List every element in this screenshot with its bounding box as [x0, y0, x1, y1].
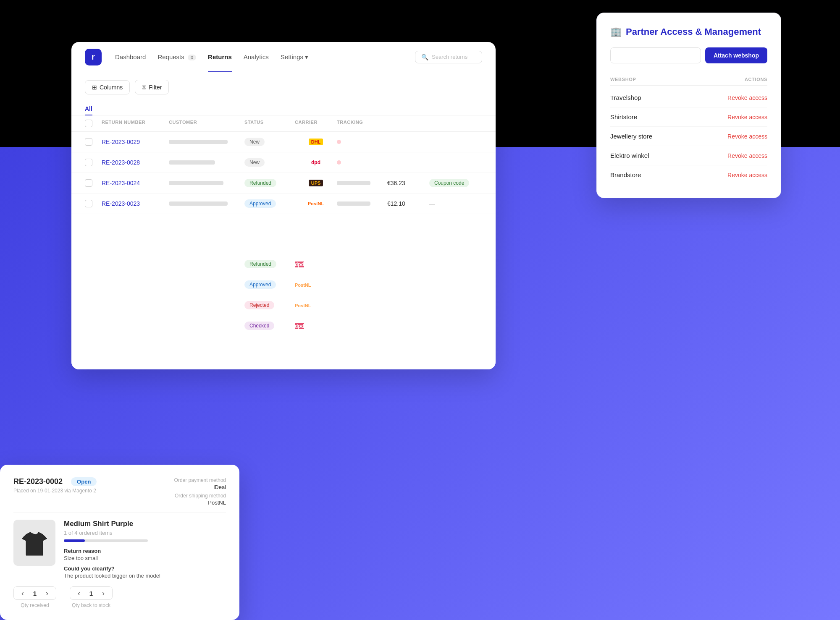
product-info: Medium Shirt Purple 1 of 4 ordered items… [64, 520, 226, 579]
tab-all[interactable]: All [85, 103, 92, 115]
table-row: RE-2023-0024 Refunded UPS €36.23 Coupon … [71, 173, 496, 194]
nav-analytics[interactable]: Analytics [244, 52, 269, 62]
app-logo[interactable]: r [85, 49, 102, 65]
columns-button[interactable]: ⊞ Columns [85, 80, 130, 94]
th-tracking: TRACKING [337, 120, 387, 127]
modal-th-actions: ACTIONS [689, 77, 767, 82]
row-checkbox[interactable] [85, 200, 92, 207]
search-icon: 🔍 [421, 54, 428, 60]
row-checkbox[interactable] [85, 179, 92, 187]
webshop-name: Jewellery store [610, 133, 689, 140]
table-row: RE-2023-0029 New DHL [71, 132, 496, 152]
customer-bar [169, 140, 228, 144]
customer-bar [169, 181, 223, 185]
detail-left: RE-2023-0002 Open Placed on 19-01-2023 v… [13, 477, 97, 494]
status-badge: Rejected [244, 301, 274, 309]
amount-cell: €36.23 [387, 302, 470, 309]
extra-rows-area: Refunded dpd €12.10 Coupon code Approved… [71, 254, 483, 336]
modal-search-input[interactable] [610, 47, 701, 63]
th-checkbox [85, 120, 102, 127]
row-checkbox[interactable] [85, 138, 92, 146]
extra-table-row: Approved PostNL €36.23 [71, 275, 483, 295]
partner-modal: 🏢 Partner Access & Management Attach web… [596, 13, 781, 198]
detail-return-number: RE-2023-0002 [13, 477, 63, 486]
return-reason-label: Return reason [64, 548, 226, 554]
tracking-bar [337, 181, 370, 185]
requests-badge: 0 [188, 55, 196, 60]
return-link[interactable]: RE-2023-0023 [102, 200, 169, 207]
revoke-access-button[interactable]: Revoke access [689, 94, 767, 101]
table-row: RE-2023-0023 Approved PostNL €12.10 — [71, 194, 496, 214]
tracking-bar [337, 201, 370, 206]
modal-title-text: Partner Access & Management [626, 26, 761, 37]
attach-webshop-button[interactable]: Attach webshop [705, 47, 767, 63]
dpd-logo: dpd [311, 160, 320, 165]
toolbar: ⊞ Columns ⧖ Filter [71, 72, 496, 99]
tracking-indicator [337, 160, 341, 165]
detail-product-row: Medium Shirt Purple 1 of 4 ordered items… [13, 520, 226, 579]
return-link[interactable]: RE-2023-0029 [102, 139, 169, 145]
table-header: RETURN NUMBER CUSTOMER STATUS CARRIER TR… [71, 115, 496, 132]
detail-header: RE-2023-0002 Open Placed on 19-01-2023 v… [13, 477, 226, 506]
webshop-row: Brandstore Revoke access [610, 165, 767, 184]
dpd-logo: dpd [295, 262, 304, 267]
webshop-name: Elektro winkel [610, 152, 689, 159]
webshop-name: Brandstore [610, 171, 689, 178]
tshirt-icon [20, 528, 49, 557]
product-count: 1 of 4 ordered items [64, 530, 226, 536]
nav-dashboard[interactable]: Dashboard [115, 52, 146, 62]
product-thumbnail [13, 520, 55, 566]
filter-button[interactable]: ⧖ Filter [135, 80, 169, 94]
extra-table-row: Rejected PostNL €36.23 [71, 295, 483, 316]
nav-bar: r Dashboard Requests 0 Returns Analytics… [71, 42, 496, 72]
amount-cell: €12.10 [387, 200, 429, 207]
revoke-access-button[interactable]: Revoke access [689, 114, 767, 120]
extra-table-row: Refunded dpd €12.10 Coupon code [71, 254, 483, 275]
qty-back-increment[interactable]: › [99, 589, 108, 598]
webshop-row: Elektro winkel Revoke access [610, 146, 767, 165]
building-icon: 🏢 [610, 26, 622, 37]
postnl-logo: PostNL [295, 283, 311, 288]
status-badge: Approved [244, 199, 276, 208]
qty-received-value: 1 [32, 590, 38, 597]
notify-text: Notify customer [435, 323, 470, 329]
revoke-access-button[interactable]: Revoke access [689, 152, 767, 159]
qty-back-row: ‹ 1 › [70, 586, 113, 600]
revoke-access-button[interactable]: Revoke access [689, 133, 767, 140]
product-name: Medium Shirt Purple [64, 520, 226, 528]
qty-back-decrement[interactable]: ‹ [74, 589, 84, 598]
table-row: RE-2023-0028 New dpd [71, 152, 496, 173]
webshop-row: Shirtstore Revoke access [610, 107, 767, 127]
status-badge: Checked [244, 322, 274, 330]
status-badge: Approved [244, 280, 276, 289]
divider [13, 513, 226, 513]
webshop-row: Travelshop Revoke access [610, 88, 767, 107]
detail-open-badge: Open [71, 477, 97, 486]
revoke-access-button[interactable]: Revoke access [689, 172, 767, 178]
amount-cell: €12.10 [387, 261, 430, 267]
nav-settings[interactable]: Settings ▾ [281, 53, 308, 61]
order-shipping-value: PostNL [174, 500, 226, 506]
amount-cell: €36.23 [387, 281, 470, 288]
th-customer: CUSTOMER [169, 120, 244, 127]
amount-cell: €12.10 [387, 322, 435, 329]
header-checkbox[interactable] [85, 120, 92, 127]
nav-returns[interactable]: Returns [208, 52, 232, 62]
return-link[interactable]: RE-2023-0028 [102, 159, 169, 166]
row-checkbox[interactable] [85, 159, 92, 166]
th-status: STATUS [244, 120, 295, 127]
customer-bar [169, 201, 228, 206]
qty-received-decrement[interactable]: ‹ [18, 589, 27, 598]
qty-received-increment[interactable]: › [42, 589, 52, 598]
amount-cell: €36.23 [387, 180, 429, 186]
status-badge: Refunded [244, 179, 276, 187]
extra-table-row: Checked dpd €12.10 Notify customer [71, 316, 483, 336]
clarify-label: Could you clearify? [64, 565, 226, 572]
webshop-name: Travelshop [610, 94, 689, 101]
nav-requests[interactable]: Requests 0 [158, 52, 196, 62]
return-link[interactable]: RE-2023-0024 [102, 180, 169, 186]
qty-received-label: Qty received [21, 602, 49, 608]
search-box[interactable]: 🔍 Search returns [415, 51, 482, 63]
dhl-logo: DHL [309, 139, 323, 145]
dpd-logo: dpd [295, 323, 304, 329]
